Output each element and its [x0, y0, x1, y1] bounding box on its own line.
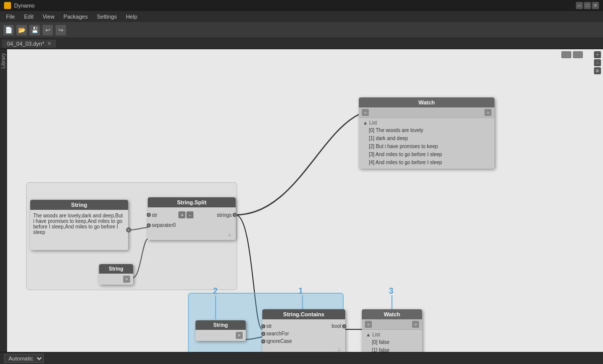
- new-button[interactable]: 📄: [3, 25, 14, 36]
- string-main-header: String: [30, 200, 128, 210]
- menu-view[interactable]: View: [39, 13, 59, 21]
- contains-searchfor-in-port[interactable]: [261, 332, 265, 336]
- string-split-body: str + - strings separater0 ⊥: [148, 207, 236, 240]
- string-main-out-port[interactable]: [126, 227, 131, 232]
- zoom-out-button[interactable]: −: [594, 59, 601, 66]
- contains-ignorecase-label: ignoreCase: [266, 338, 292, 344]
- string-miles-header: String: [195, 320, 246, 330]
- watch-top-input-row: > >: [359, 107, 494, 118]
- menu-help[interactable]: Help: [122, 13, 141, 21]
- string-main-body: The woods are lovely,dark and deep,But i…: [30, 210, 128, 250]
- contains-searchfor-label: searchFor: [266, 331, 289, 336]
- watch-top-item-2: [2] But i have promises to keep: [363, 143, 490, 151]
- string-contains-header: String.Contains: [262, 309, 345, 319]
- watch-top-list: ▲ List [0] The woods are lovely [1] dark…: [359, 118, 494, 169]
- split-str-in-port[interactable]: [147, 213, 151, 217]
- menu-edit[interactable]: Edit: [20, 13, 38, 21]
- watch-bottom-list: ▲ List [0] false [1] false [2] false [3]…: [362, 330, 422, 352]
- sidebar-label[interactable]: Library: [1, 53, 6, 69]
- menu-packages[interactable]: Packages: [59, 13, 91, 21]
- split-sep-row: separater0: [152, 222, 232, 228]
- split-str-row: str + - strings: [152, 211, 232, 218]
- contains-str-in-port[interactable]: [261, 324, 265, 328]
- tab-label: 04_04_03.dyn*: [7, 41, 44, 47]
- title-bar: Dynamo ─ □ ✕: [0, 0, 603, 11]
- canvas-number-3: 3: [389, 287, 393, 296]
- contains-str-label: str: [266, 323, 272, 329]
- watch-top-item-4: [4] And miles to go before I sleep: [363, 159, 490, 167]
- menu-settings[interactable]: Settings: [93, 13, 121, 21]
- zoom-fit-button[interactable]: ⊕: [594, 67, 601, 74]
- string-dot-body: , >: [99, 274, 133, 285]
- watch-top-node: Watch > > ▲ List [0] The woods are lovel…: [359, 97, 494, 169]
- zoom-controls: + − ⊕: [594, 51, 601, 74]
- menu-bar: File Edit View Packages Settings Help: [0, 11, 603, 22]
- watch-top-body: > > ▲ List [0] The woods are lovely [1] …: [359, 107, 494, 169]
- canvas[interactable]: Watch > > ▲ List [0] The woods are lovel…: [7, 49, 603, 352]
- watch-top-in-port[interactable]: >: [362, 109, 369, 116]
- split-strings-out-port[interactable]: [233, 213, 237, 217]
- split-sep-in-port[interactable]: [147, 223, 151, 227]
- watch-bottom-item-1: [1] false: [366, 346, 418, 352]
- view-toggle-1[interactable]: [561, 51, 571, 58]
- contains-bool-label: bool: [332, 323, 341, 329]
- string-dot-node: String , >: [99, 264, 133, 285]
- split-resize-handle: ⊥: [152, 232, 232, 237]
- contains-ignorecase-in-port[interactable]: [261, 339, 265, 343]
- watch-top-item-0: [0] The woods are lovely: [363, 127, 490, 135]
- string-main-value: The woods are lovely,dark and deep,But i…: [33, 213, 123, 235]
- window-controls: ─ □ ✕: [576, 2, 599, 9]
- watch-bottom-item-0: [0] false: [366, 338, 418, 346]
- contains-str-row: str bool: [266, 323, 341, 329]
- tab-close-icon[interactable]: ✕: [47, 41, 51, 46]
- watch-top-item-1: [1] dark and deep: [363, 135, 490, 143]
- watch-top-out-port[interactable]: >: [484, 109, 491, 116]
- close-button[interactable]: ✕: [592, 2, 599, 9]
- save-button[interactable]: 💾: [29, 25, 40, 36]
- watch-bottom-out-port[interactable]: >: [412, 321, 419, 328]
- contains-bool-out-port[interactable]: [342, 324, 346, 328]
- watch-bottom-header: Watch: [362, 309, 422, 319]
- toolbar: 📄 📂 💾 ↩ ↪: [0, 22, 603, 38]
- status-bar: Automatic: [0, 352, 603, 364]
- split-remove-button[interactable]: -: [186, 211, 193, 218]
- string-miles-node: String And miles >: [195, 320, 246, 341]
- canvas-number-1: 1: [298, 287, 303, 296]
- main-area: Library Watch: [0, 49, 603, 352]
- contains-ignorecase-row: ignoreCase: [266, 338, 341, 344]
- zoom-in-button[interactable]: +: [594, 51, 601, 58]
- string-miles-out-port[interactable]: >: [236, 332, 243, 339]
- minimize-button[interactable]: ─: [576, 2, 583, 9]
- split-sep-label: separater0: [152, 222, 176, 228]
- watch-bottom-list-header: ▲ List: [366, 332, 418, 337]
- view-toggle-2[interactable]: [573, 51, 583, 58]
- split-strings-label: strings: [217, 212, 232, 218]
- string-split-header: String.Split: [148, 197, 236, 207]
- tab-bar: 04_04_03.dyn* ✕: [0, 38, 603, 49]
- string-contains-body: str bool searchFor ignoreCase ⊥: [262, 319, 345, 352]
- open-button[interactable]: 📂: [16, 25, 27, 36]
- title-bar-text: Dynamo: [14, 3, 573, 9]
- string-dot-value: ,: [102, 276, 104, 282]
- string-dot-out-port[interactable]: >: [123, 276, 130, 283]
- string-split-node: String.Split str + - strings separater0: [148, 197, 236, 240]
- menu-file[interactable]: File: [2, 13, 19, 21]
- watch-top-in-symbol: >: [364, 110, 367, 115]
- sidebar: Library: [0, 49, 7, 352]
- tab-main[interactable]: 04_04_03.dyn* ✕: [2, 40, 57, 48]
- string-main-node: String The woods are lovely,dark and dee…: [30, 200, 128, 250]
- undo-button[interactable]: ↩: [42, 25, 53, 36]
- string-miles-body: And miles >: [195, 330, 246, 341]
- redo-button[interactable]: ↪: [55, 25, 66, 36]
- split-controls: + -: [178, 211, 193, 218]
- view-toggles: [561, 51, 583, 58]
- watch-bottom-body: > > ▲ List [0] false [1] false [2] false…: [362, 319, 422, 352]
- maximize-button[interactable]: □: [584, 2, 591, 9]
- watch-bottom-in-port[interactable]: >: [365, 321, 372, 328]
- string-miles-value: And miles: [198, 332, 223, 338]
- watch-bottom-node: Watch > > ▲ List [0] false [1] false [2]…: [362, 309, 422, 352]
- status-dropdown[interactable]: Automatic: [4, 354, 44, 363]
- split-add-button[interactable]: +: [178, 211, 185, 218]
- app-icon: [4, 2, 11, 9]
- string-dot-header: String: [99, 264, 133, 274]
